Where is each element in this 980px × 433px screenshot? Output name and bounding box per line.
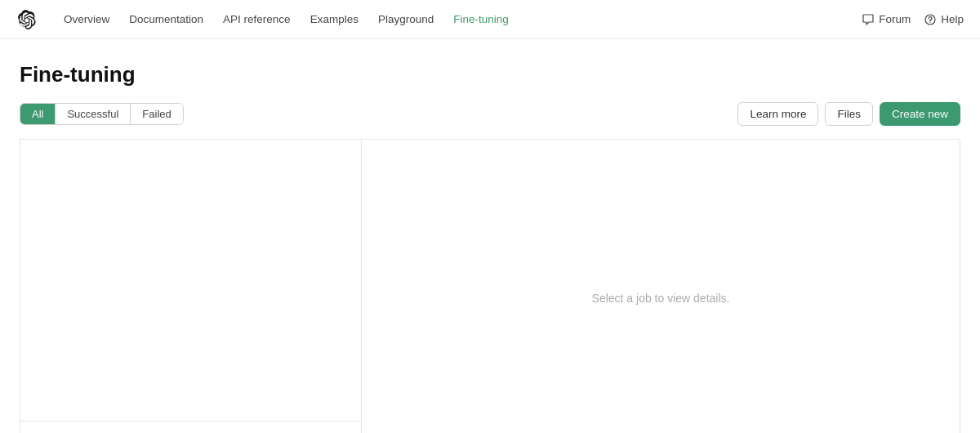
help-link[interactable]: Help [924,13,964,26]
learn-more-button[interactable]: Learn more [737,102,818,126]
openai-logo[interactable] [16,8,39,31]
nav-documentation[interactable]: Documentation [121,8,212,30]
create-new-button[interactable]: Create new [880,102,960,126]
nav-fine-tuning[interactable]: Fine-tuning [445,8,517,30]
details-panel: Select a job to view details. [362,140,960,433]
nav-links: Overview Documentation API reference Exa… [56,8,862,30]
filter-tab-failed[interactable]: Failed [131,104,182,124]
filter-row: All Successful Failed Learn more Files C… [20,102,960,126]
nav-overview[interactable]: Overview [56,8,118,30]
jobs-panel: ⌄ Load more [20,140,362,433]
files-button[interactable]: Files [825,102,873,126]
nav-playground[interactable]: Playground [370,8,442,30]
load-more-button[interactable]: ⌄ Load more [20,421,361,433]
nav-api-reference[interactable]: API reference [215,8,299,30]
filter-tab-all[interactable]: All [20,104,56,124]
forum-link[interactable]: Forum [862,13,911,26]
filter-tabs: All Successful Failed [20,103,184,125]
forum-icon [862,13,875,26]
content-area: ⌄ Load more Select a job to view details… [20,139,960,433]
nav-right: Forum Help [862,13,964,26]
action-buttons: Learn more Files Create new [737,102,960,126]
filter-tab-successful[interactable]: Successful [56,104,131,124]
details-placeholder: Select a job to view details. [592,292,730,305]
navbar: Overview Documentation API reference Exa… [0,0,980,39]
page-title: Fine-tuning [20,62,960,87]
svg-point-1 [930,21,931,22]
help-icon [924,13,937,26]
nav-examples[interactable]: Examples [302,8,367,30]
main-content: Fine-tuning All Successful Failed Learn … [0,39,980,433]
jobs-list [20,140,361,421]
